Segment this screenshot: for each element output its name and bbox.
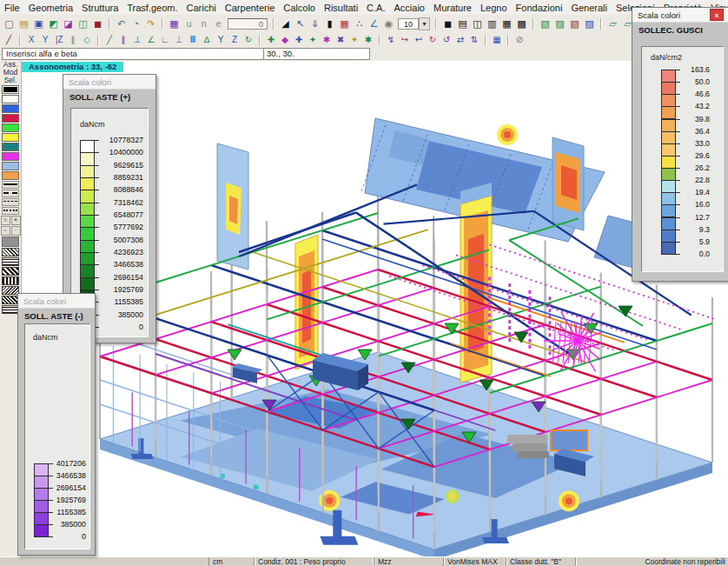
axis-x-button[interactable]: X <box>24 35 38 46</box>
snap-angle-button[interactable]: ∠ <box>144 35 158 46</box>
eraser-button[interactable]: ⊘ <box>513 35 526 46</box>
color-swatch-6[interactable] <box>2 143 19 151</box>
split-element-button[interactable]: ✱ <box>361 35 375 46</box>
color-swatch-2[interactable] <box>2 104 19 113</box>
color-render-button[interactable]: ▦ <box>337 17 352 30</box>
move-node-button[interactable]: ◆ <box>278 35 292 46</box>
menu-item-calcolo[interactable]: Calcolo <box>279 3 320 13</box>
parallel-plane-button[interactable]: ∥ <box>66 35 80 46</box>
rotate-ccw-button[interactable]: ↺ <box>440 35 453 46</box>
chevron-down-icon[interactable]: ▼ <box>419 17 430 30</box>
extend-button[interactable]: ↪ <box>398 35 412 46</box>
color-swatch-3[interactable] <box>2 114 19 123</box>
color-swatch-0[interactable] <box>2 85 19 94</box>
hatch-pattern-3[interactable] <box>2 276 19 285</box>
window-title[interactable]: Scala colori x <box>632 8 728 23</box>
axis-y-button[interactable]: Y <box>38 35 52 46</box>
delete-structure-button[interactable]: ◼ <box>90 17 105 30</box>
color-swatch-9[interactable] <box>2 171 19 180</box>
layout-quad-button[interactable]: ▩ <box>514 17 529 30</box>
mirror-element-button[interactable]: ✦ <box>306 35 320 46</box>
new-file-button[interactable]: ▢ <box>2 17 17 30</box>
color-swatch-8[interactable] <box>2 162 19 170</box>
offset-button[interactable]: ↯ <box>384 35 398 46</box>
snap-corner-button[interactable]: ∟ <box>158 35 172 46</box>
free-plane-button[interactable]: ◇ <box>80 35 94 46</box>
add-node-button[interactable]: ✚ <box>264 35 278 46</box>
snap-y-button[interactable]: Y <box>214 35 228 46</box>
mode-label-sel[interactable]: Sel. <box>4 77 17 84</box>
snap-z-button[interactable]: Z <box>228 35 242 46</box>
shrink-button[interactable]: ↩ <box>412 35 426 46</box>
snap-parallel-button[interactable]: ∥ <box>116 35 130 46</box>
marker-style-0[interactable]: ○ <box>1 216 10 225</box>
scale-window-aste-minus[interactable]: Scala colori SOLL. ASTE (-) daNcm 401720… <box>17 293 96 556</box>
numbering-button[interactable]: ▦ <box>167 17 182 30</box>
layout-vsplit-button[interactable]: ◫ <box>470 17 485 30</box>
layout-cols-button[interactable]: ▥ <box>485 17 500 30</box>
select-pointer-button[interactable]: ↖ <box>293 17 308 30</box>
select-poly-button[interactable]: ▨ <box>553 17 567 30</box>
zoom-level-dropdown[interactable]: 10▼ <box>398 17 430 30</box>
rotate-element-button[interactable]: ✱ <box>320 35 334 46</box>
zoom-disc-button[interactable]: ◉ <box>381 17 396 30</box>
flip-button[interactable]: ⇅ <box>467 35 481 46</box>
copy-element-button[interactable]: ✚ <box>292 35 306 46</box>
gray-fill-swatch[interactable] <box>2 236 19 247</box>
menu-item-carichi[interactable]: Carichi <box>182 3 221 13</box>
menu-item-carpenterie[interactable]: Carpenterie <box>221 3 279 13</box>
solid-render-button[interactable]: ▮ <box>322 17 337 30</box>
menu-item-struttura[interactable]: Struttura <box>77 3 122 13</box>
open-file-button[interactable]: ▤ <box>17 17 31 30</box>
snap-delta-button[interactable]: ∆ <box>200 35 214 46</box>
menu-item-c-a-[interactable]: C.A. <box>362 3 389 13</box>
alfa-beta-input[interactable]: 30., 30. <box>263 48 370 60</box>
hatch-pattern-4[interactable] <box>2 286 19 295</box>
menu-item-legno[interactable]: Legno <box>476 3 512 13</box>
layout-hsplit-button[interactable]: ▤ <box>455 17 470 30</box>
refresh-view-button[interactable]: ◔ <box>129 17 143 30</box>
window-title[interactable]: Scala colori <box>63 75 156 90</box>
menu-item-murature[interactable]: Murature <box>429 3 476 13</box>
hatch-pattern-5[interactable] <box>2 296 19 304</box>
save-button[interactable]: ▣ <box>31 17 46 30</box>
swap-button[interactable]: ⇄ <box>453 35 467 46</box>
shade-mode-button[interactable]: ◢ <box>278 17 293 30</box>
iso-view-button[interactable]: ▱ <box>606 17 620 30</box>
menu-item-generali[interactable]: Generali <box>566 3 612 13</box>
angle-button[interactable]: ∠ <box>367 17 381 30</box>
snap-perp-button[interactable]: ⊥ <box>130 35 144 46</box>
line-style-solid[interactable] <box>2 181 19 189</box>
layout-grid-button[interactable]: ▦ <box>500 17 514 30</box>
hatch-pattern-2[interactable] <box>2 267 19 276</box>
deselect-poly-button[interactable]: ▨ <box>582 17 597 30</box>
color-swatch-7[interactable] <box>2 152 19 161</box>
line-style-dotted[interactable] <box>2 207 19 215</box>
line-style-dashed[interactable] <box>2 190 19 197</box>
menu-item-fondazioni[interactable]: Fondazioni <box>512 3 567 13</box>
line-style-dashdot[interactable] <box>2 198 19 206</box>
menu-item-file[interactable]: File <box>0 3 24 13</box>
snap-rotate-button[interactable]: ↻ <box>242 35 255 46</box>
snap-line-button[interactable]: ╱ <box>103 35 116 46</box>
trim-element-button[interactable]: ✦ <box>347 35 361 46</box>
axis-z-button[interactable]: |Z <box>52 35 66 46</box>
menu-item-acciaio[interactable]: Acciaio <box>390 3 429 13</box>
marker-style-2[interactable]: ▫ <box>1 226 10 236</box>
count-field[interactable]: 0 <box>228 18 268 30</box>
import-structure-button[interactable]: ◩ <box>46 17 61 30</box>
menu-item-geometria[interactable]: Geometria <box>24 3 77 13</box>
show-beams-button[interactable]: n <box>196 17 211 30</box>
node-size-button[interactable]: ∴ <box>352 17 367 30</box>
draw-line-button[interactable]: ╱ <box>2 35 16 46</box>
show-shells-button[interactable]: e <box>211 17 226 30</box>
deselect-box-button[interactable]: ▧ <box>567 17 582 30</box>
color-swatch-5[interactable] <box>2 133 19 142</box>
drop-level-button[interactable]: ⇓ <box>308 17 322 30</box>
merge-structure-button[interactable]: ◪ <box>61 17 76 30</box>
hatch-pattern-1[interactable] <box>2 257 19 266</box>
menu-item-trasf-geom-[interactable]: Trasf.geom. <box>122 3 182 13</box>
undo-button[interactable]: ↶ <box>114 17 129 30</box>
window-title[interactable]: Scala colori <box>18 294 95 309</box>
mesh-button[interactable]: ▦ <box>490 35 504 46</box>
